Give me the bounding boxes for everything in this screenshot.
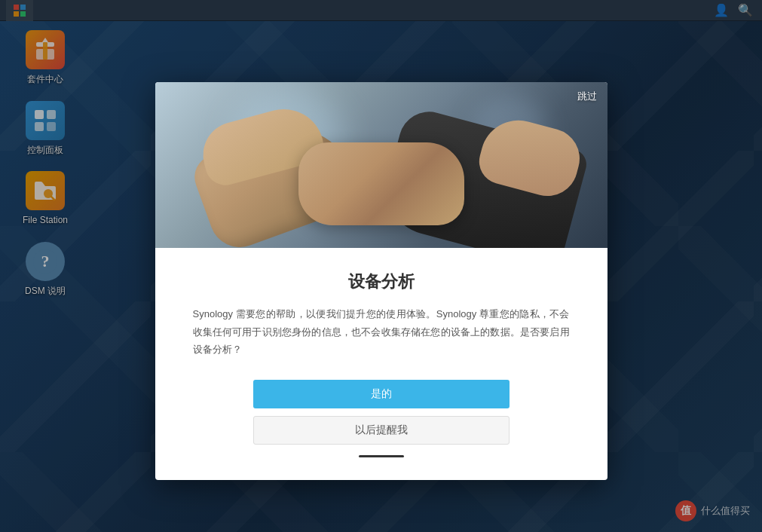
hands-center-shape xyxy=(298,142,464,225)
device-analysis-dialog: 跳过 设备分析 Synology 需要您的帮助，以便我们提升您的使用体验。Syn… xyxy=(155,82,607,479)
remind-later-button[interactable]: 以后提醒我 xyxy=(253,416,510,445)
dialog-title: 设备分析 xyxy=(193,271,570,293)
scroll-indicator xyxy=(359,455,404,457)
desktop: 👤 🔍 套件中心 xyxy=(0,0,762,532)
modal-overlay: 跳过 设备分析 Synology 需要您的帮助，以便我们提升您的使用体验。Syn… xyxy=(0,0,762,532)
yes-button[interactable]: 是的 xyxy=(253,380,510,408)
dialog-body: 设备分析 Synology 需要您的帮助，以便我们提升您的使用体验。Synolo… xyxy=(155,248,607,479)
dialog-description: Synology 需要您的帮助，以便我们提升您的使用体验。Synology 尊重… xyxy=(193,305,570,358)
dialog-header-image: 跳过 xyxy=(155,82,607,248)
skip-button[interactable]: 跳过 xyxy=(577,90,597,103)
handshake-scene xyxy=(155,82,607,248)
